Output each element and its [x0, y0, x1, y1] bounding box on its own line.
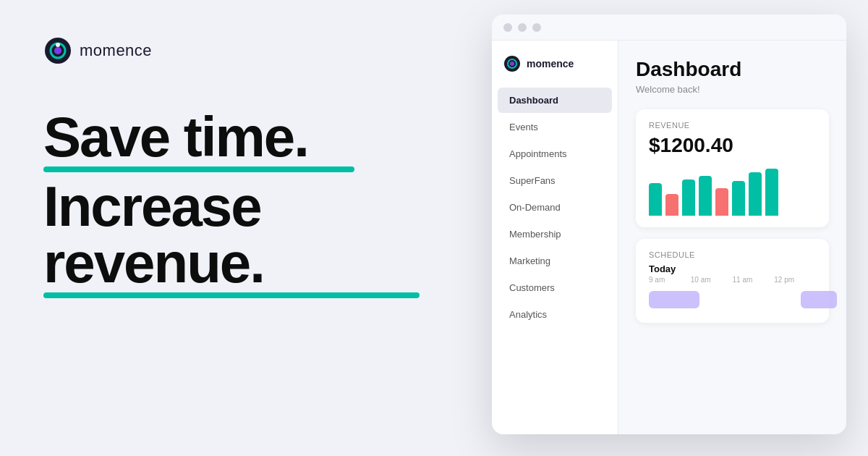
sidebar-brand-name: momence [527, 58, 574, 69]
time-label: 9 am [649, 276, 691, 284]
window-chrome [492, 14, 846, 41]
nav-item-ondemand[interactable]: On-Demand [498, 195, 612, 220]
window-body: momence Dashboard Events Appointments Su… [492, 41, 846, 434]
time-label: 12 pm [774, 276, 816, 284]
time-label: 11 am [733, 276, 775, 284]
nav-item-analytics[interactable]: Analytics [498, 302, 612, 327]
chrome-dot-1 [503, 23, 512, 32]
schedule-timeline: 9 am10 am11 am12 pm [649, 276, 816, 311]
sidebar-logo: momence [492, 55, 618, 87]
right-section: momence Dashboard Events Appointments Su… [492, 0, 868, 456]
dashboard-subtitle: Welcome back! [636, 84, 829, 95]
svg-point-3 [56, 43, 60, 47]
dashboard-title: Dashboard [636, 58, 829, 81]
chart-bar [765, 169, 778, 216]
revenue-card: Revenue $1200.40 [636, 109, 829, 227]
chart-bar [749, 172, 762, 216]
underline2 [43, 292, 420, 298]
nav-item-customers[interactable]: Customers [498, 275, 612, 300]
chart-bar [682, 180, 695, 216]
schedule-blocks [649, 288, 816, 311]
chart-bar [665, 194, 678, 216]
svg-point-2 [54, 47, 61, 54]
underline1 [43, 166, 354, 172]
schedule-today: Today [649, 263, 816, 274]
sidebar: momence Dashboard Events Appointments Su… [492, 41, 618, 434]
schedule-card: Schedule Today 9 am10 am11 am12 pm [636, 239, 829, 323]
revenue-label: Revenue [649, 121, 816, 130]
revenue-chart [649, 169, 816, 216]
nav-item-superfans[interactable]: SuperFans [498, 168, 612, 193]
app-window: momence Dashboard Events Appointments Su… [492, 14, 846, 434]
headline-line3: revenue. [43, 235, 448, 291]
chart-bar [699, 176, 712, 216]
headline-line2: Increase [43, 178, 448, 235]
nav-item-marketing[interactable]: Marketing [498, 248, 612, 274]
svg-point-6 [510, 62, 514, 66]
chart-bar [715, 188, 728, 216]
chrome-dot-3 [532, 23, 541, 32]
nav-item-membership[interactable]: Membership [498, 221, 612, 247]
logo-icon [43, 36, 72, 65]
sidebar-logo-icon [503, 55, 521, 72]
nav-item-dashboard[interactable]: Dashboard [498, 88, 612, 113]
time-label: 10 am [691, 276, 733, 284]
schedule-label: Schedule [649, 250, 816, 259]
sidebar-nav: Dashboard Events Appointments SuperFans … [492, 87, 618, 328]
main-content: Dashboard Welcome back! Revenue $1200.40… [618, 41, 846, 434]
nav-item-events[interactable]: Events [498, 114, 612, 140]
time-labels: 9 am10 am11 am12 pm [649, 276, 816, 284]
schedule-block-1 [649, 291, 699, 308]
headline-line1: Save time. [43, 109, 448, 165]
headline: Save time. Increase revenue. [43, 109, 448, 298]
left-section: momence Save time. Increase revenue. [0, 0, 492, 456]
chrome-dot-2 [518, 23, 527, 32]
logo-area: momence [43, 36, 448, 65]
schedule-block-2 [801, 291, 837, 308]
chart-bar [732, 181, 745, 216]
chart-bar [649, 183, 662, 216]
brand-name: momence [80, 41, 152, 60]
revenue-amount: $1200.40 [649, 134, 816, 157]
nav-item-appointments[interactable]: Appointments [498, 141, 612, 166]
